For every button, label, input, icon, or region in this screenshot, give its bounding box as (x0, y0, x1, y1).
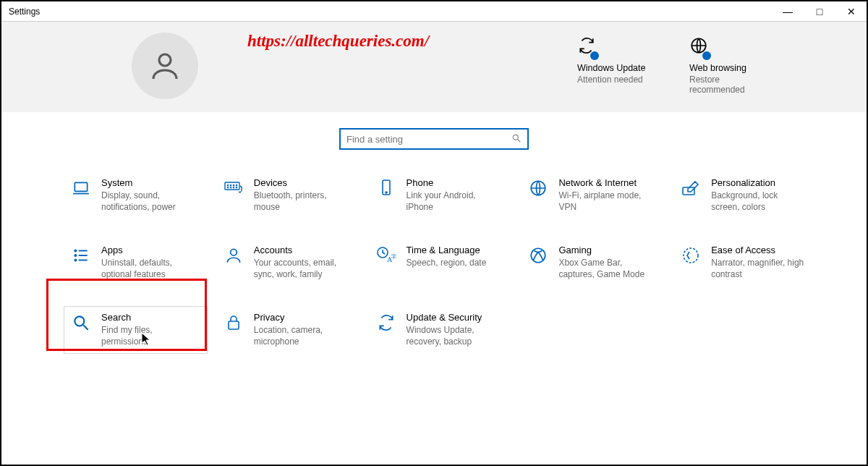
category-subtitle: Find my files, permissions (101, 325, 196, 347)
category-subtitle: Wi-Fi, airplane mode, VPN (558, 190, 653, 213)
category-title: Time & Language (407, 245, 501, 255)
maximize-button[interactable]: □ (809, 6, 830, 17)
category-text: Ease of AccessNarrator, magnifier, high … (711, 245, 810, 280)
ease-icon (681, 245, 701, 265)
category-subtitle: Bluetooth, printers, mouse (254, 190, 349, 213)
svg-point-2 (513, 135, 518, 140)
svg-point-13 (233, 187, 234, 187)
category-subtitle: Speech, region, date (407, 258, 501, 269)
svg-rect-33 (229, 321, 239, 329)
svg-rect-4 (75, 182, 87, 191)
sync-icon (376, 312, 396, 332)
status-dot-icon (702, 51, 711, 60)
list-icon (71, 245, 91, 265)
category-devices[interactable]: DevicesBluetooth, printers, mouse (216, 171, 360, 219)
category-title: System (101, 177, 196, 188)
category-subtitle: Windows Update, recovery, backup (407, 325, 501, 347)
status-title: Windows Update (577, 63, 660, 73)
svg-point-0 (159, 54, 171, 66)
svg-point-23 (75, 260, 76, 261)
svg-point-7 (227, 185, 228, 185)
status-dot-icon (590, 51, 599, 60)
status-subtitle: Restore recommended (689, 75, 773, 95)
category-text: GamingXbox Game Bar, captures, Game Mode (558, 245, 658, 280)
svg-point-8 (230, 185, 231, 185)
category-text: Update & SecurityWindows Update, recover… (407, 312, 506, 347)
category-title: Update & Security (407, 312, 501, 323)
category-accounts[interactable]: AccountsYour accounts, email, sync, work… (216, 239, 360, 286)
category-subtitle: Background, lock screen, colors (711, 190, 806, 213)
category-text: Network & InternetWi-Fi, airplane mode, … (558, 177, 658, 213)
svg-point-21 (75, 255, 76, 256)
svg-point-29 (532, 248, 546, 263)
category-title: Ease of Access (711, 245, 806, 255)
svg-point-31 (75, 317, 84, 326)
category-title: Search (101, 312, 196, 323)
category-title: Network & Internet (558, 177, 653, 188)
category-ease[interactable]: Ease of AccessNarrator, magnifier, high … (673, 239, 817, 286)
status-web-browsing[interactable]: Web browsing Restore recommended (689, 36, 773, 95)
search-input[interactable] (346, 134, 511, 145)
header-band: https://alltechqueries.com/ Windows Upda… (1, 22, 867, 112)
minimize-button[interactable]: — (777, 6, 799, 17)
status-subtitle: Attention needed (577, 75, 660, 85)
close-button[interactable]: ✕ (841, 6, 862, 17)
status-windows-update[interactable]: Windows Update Attention needed (577, 36, 660, 95)
svg-line-32 (83, 326, 88, 331)
svg-text:字: 字 (391, 254, 396, 260)
search-region (1, 112, 867, 171)
svg-rect-6 (225, 182, 239, 190)
category-title: Personalization (711, 177, 806, 188)
category-text: PrivacyLocation, camera, microphone (254, 312, 353, 347)
svg-point-19 (75, 250, 76, 252)
category-title: Devices (254, 177, 349, 188)
svg-point-25 (230, 250, 237, 256)
category-text: PersonalizationBackground, lock screen, … (711, 177, 810, 213)
laptop-icon (71, 177, 91, 198)
category-apps[interactable]: AppsUninstall, defaults, optional featur… (64, 239, 208, 286)
svg-point-11 (227, 187, 228, 187)
status-cards: Windows Update Attention needed Web brow… (577, 36, 773, 95)
category-title: Apps (101, 245, 196, 255)
svg-point-10 (236, 185, 237, 185)
category-text: SystemDisplay, sound, notifications, pow… (101, 177, 200, 213)
category-gaming[interactable]: GamingXbox Game Bar, captures, Game Mode (521, 239, 665, 286)
category-privacy[interactable]: PrivacyLocation, camera, microphone (216, 306, 360, 353)
search-box[interactable] (339, 128, 529, 150)
category-text: AppsUninstall, defaults, optional featur… (101, 245, 200, 280)
category-title: Phone (407, 177, 501, 188)
category-update[interactable]: Update & SecurityWindows Update, recover… (369, 306, 513, 353)
category-search[interactable]: SearchFind my files, permissions (64, 306, 208, 353)
search-icon (511, 133, 522, 145)
status-title: Web browsing (689, 63, 773, 73)
person-icon (148, 48, 182, 83)
category-network[interactable]: Network & InternetWi-Fi, airplane mode, … (521, 171, 665, 219)
svg-point-30 (684, 248, 698, 263)
svg-point-14 (236, 187, 237, 187)
svg-point-16 (386, 192, 387, 193)
category-title: Privacy (254, 312, 349, 323)
pen-icon (681, 177, 701, 198)
category-personalization[interactable]: PersonalizationBackground, lock screen, … (673, 171, 817, 219)
user-avatar[interactable] (132, 33, 198, 99)
category-title: Accounts (254, 245, 349, 255)
category-text: Time & LanguageSpeech, region, date (407, 245, 506, 269)
category-time[interactable]: A字Time & LanguageSpeech, region, date (369, 239, 513, 286)
category-subtitle: Link your Android, iPhone (407, 190, 501, 213)
category-subtitle: Narrator, magnifier, high contrast (711, 258, 806, 280)
category-subtitle: Display, sound, notifications, power (101, 190, 196, 213)
category-title: Gaming (558, 245, 653, 255)
window-controls: — □ ✕ (777, 6, 862, 17)
person-icon (224, 245, 244, 265)
category-grid: SystemDisplay, sound, notifications, pow… (1, 171, 867, 354)
svg-point-9 (233, 185, 234, 185)
category-text: SearchFind my files, permissions (101, 312, 200, 347)
globe-icon (689, 36, 708, 57)
category-subtitle: Location, camera, microphone (254, 325, 349, 347)
keyboard-icon (224, 177, 244, 198)
category-text: PhoneLink your Android, iPhone (407, 177, 506, 213)
category-subtitle: Uninstall, defaults, optional features (101, 258, 196, 280)
category-system[interactable]: SystemDisplay, sound, notifications, pow… (64, 171, 208, 219)
category-phone[interactable]: PhoneLink your Android, iPhone (369, 171, 513, 219)
window-title: Settings (9, 7, 40, 17)
